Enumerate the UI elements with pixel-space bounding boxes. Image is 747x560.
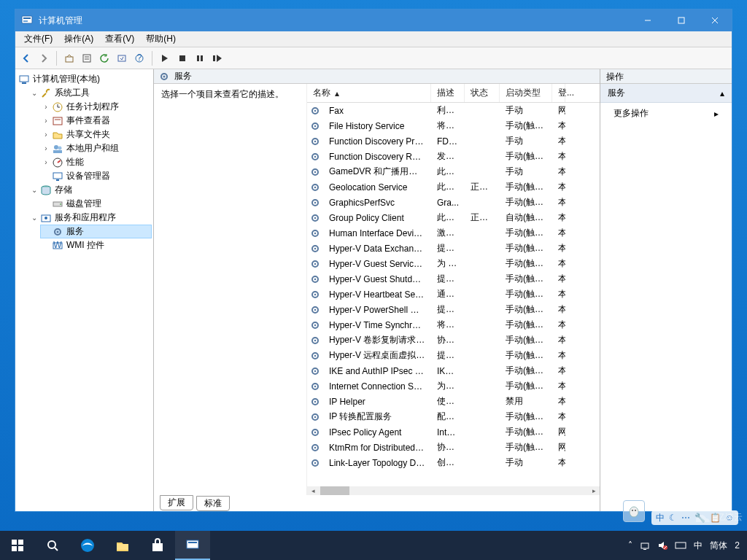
collapse-icon[interactable]: ⌄ bbox=[30, 214, 39, 222]
menu-file[interactable]: 文件(F) bbox=[18, 31, 58, 47]
export-button[interactable] bbox=[114, 50, 130, 66]
expand-icon[interactable]: › bbox=[42, 117, 50, 125]
scroll-right-button[interactable]: ▸ bbox=[588, 486, 600, 495]
menu-view[interactable]: 查看(V) bbox=[99, 31, 140, 47]
service-row[interactable]: Function Discovery Reso...发布...手动(触发...本 bbox=[307, 149, 600, 164]
service-row[interactable]: Hyper-V PowerShell Dire...提供...手动(触发...本 bbox=[307, 302, 600, 317]
service-row[interactable]: File History Service将用...手动(触发...本 bbox=[307, 118, 600, 133]
nav-forward-button[interactable] bbox=[36, 50, 52, 66]
toolbar: ? bbox=[15, 47, 732, 69]
service-row[interactable]: IP 转换配置服务配置...手动(触发...本 bbox=[307, 409, 600, 424]
tray-volume-icon[interactable] bbox=[657, 540, 667, 551]
service-row[interactable]: Hyper-V Guest Shutdown...提供...手动(触发...本 bbox=[307, 271, 600, 287]
service-row[interactable]: Hyper-V Data Exchange ...提供...手动(触发...本 bbox=[307, 241, 600, 256]
svg-rect-96 bbox=[12, 540, 17, 545]
pause-service-button[interactable] bbox=[192, 50, 208, 66]
service-row[interactable]: Hyper-V Time Synchroniz...将此...手动(触发...本 bbox=[307, 317, 600, 332]
service-name: IKE and AuthIP IPsec Key... bbox=[323, 366, 431, 376]
expand-icon[interactable]: › bbox=[42, 158, 50, 167]
tree-performance[interactable]: ›性能 bbox=[40, 155, 152, 169]
stop-service-button[interactable] bbox=[174, 50, 190, 66]
service-row[interactable]: Hyper-V 远程桌面虚拟化...提供...手动(触发...本 bbox=[307, 348, 600, 363]
tab-standard[interactable]: 标准 bbox=[196, 496, 230, 511]
service-row[interactable]: GraphicsPerfSvcGra...手动(触发...本 bbox=[307, 195, 600, 210]
taskbar[interactable]: ˄ 中 简体 2 bbox=[0, 531, 747, 560]
tray-keyboard-icon[interactable] bbox=[675, 541, 686, 550]
col-desc[interactable]: 描述 bbox=[431, 84, 465, 102]
taskbar-store[interactable] bbox=[140, 531, 175, 560]
close-button[interactable] bbox=[698, 9, 732, 31]
service-row[interactable]: Hyper-V Heartbeat Service通过...手动(触发...本 bbox=[307, 287, 600, 302]
list-header[interactable]: 名称▴ 描述 状态 启动类型 登... bbox=[307, 84, 600, 103]
tree-event-viewer[interactable]: ›事件查看器 bbox=[40, 114, 152, 128]
system-tray[interactable]: ˄ 中 简体 2 bbox=[621, 540, 747, 552]
tray-chevron-up-icon[interactable]: ˄ bbox=[628, 540, 632, 551]
service-desc: 发布... bbox=[431, 150, 465, 163]
tab-extended[interactable]: 扩展 bbox=[160, 495, 193, 510]
horizontal-scrollbar[interactable]: ◂ ▸ bbox=[307, 486, 600, 495]
scroll-left-button[interactable]: ◂ bbox=[307, 486, 319, 495]
menu-action[interactable]: 操作(A) bbox=[58, 31, 99, 47]
expand-icon[interactable]: › bbox=[42, 131, 50, 139]
tree-services-apps[interactable]: ⌄服务和应用程序 bbox=[28, 211, 152, 225]
start-button[interactable] bbox=[0, 531, 35, 560]
service-row[interactable]: IP Helper使用...禁用本 bbox=[307, 394, 600, 409]
properties-button[interactable] bbox=[79, 50, 95, 66]
nav-back-button[interactable] bbox=[18, 50, 34, 66]
titlebar[interactable]: 计算机管理 bbox=[15, 9, 732, 31]
tree-disk-mgmt[interactable]: 磁盘管理 bbox=[40, 197, 152, 211]
service-row[interactable]: Human Interface Device ...激活...手动(触发...本 bbox=[307, 225, 600, 241]
tray-ime-mode[interactable]: 简体 bbox=[710, 540, 727, 552]
tray-clock[interactable]: 2 bbox=[735, 540, 740, 551]
tree-storage[interactable]: ⌄存储 bbox=[28, 183, 152, 197]
service-row[interactable]: Function Discovery Provi...FDP...手动本 bbox=[307, 133, 600, 149]
service-row[interactable]: Group Policy Client此服...正在...自动(触发...本 bbox=[307, 210, 600, 225]
up-button[interactable] bbox=[61, 50, 77, 66]
maximize-button[interactable] bbox=[665, 9, 698, 31]
service-row[interactable]: Hyper-V Guest Service In...为 H...手动(触发..… bbox=[307, 256, 600, 271]
tray-ime-lang[interactable]: 中 bbox=[694, 540, 703, 552]
actions-more[interactable]: 更多操作 ▸ bbox=[600, 103, 732, 124]
actions-section[interactable]: 服务 ▴ bbox=[600, 84, 732, 103]
restart-service-button[interactable] bbox=[209, 50, 225, 66]
col-status[interactable]: 状态 bbox=[465, 84, 500, 102]
service-row[interactable]: KtmRm for Distributed Tr...协调...手动(触发...… bbox=[307, 440, 600, 455]
scope-tree[interactable]: 计算机管理(本地) ⌄ 系统工具 ›任务计划程序 bbox=[15, 69, 154, 511]
service-row[interactable]: Internet Connection Shari...为家...手动(触发..… bbox=[307, 378, 600, 394]
expand-icon[interactable]: › bbox=[42, 144, 50, 153]
col-logon[interactable]: 登... bbox=[552, 84, 565, 102]
taskbar-explorer[interactable] bbox=[105, 531, 140, 560]
tree-system-tools[interactable]: ⌄ 系统工具 bbox=[28, 86, 152, 100]
refresh-button[interactable] bbox=[96, 50, 112, 66]
service-list[interactable]: Fax利用...手动网File History Service将用...手动(触… bbox=[307, 103, 600, 486]
tree-local-users[interactable]: ›本地用户和组 bbox=[40, 141, 152, 155]
tree-device-manager[interactable]: 设备管理器 bbox=[40, 169, 152, 183]
collapse-icon[interactable]: ⌄ bbox=[30, 89, 39, 98]
service-row[interactable]: IKE and AuthIP IPsec Key...IKEE...手动(触发.… bbox=[307, 363, 600, 378]
tree-task-scheduler[interactable]: ›任务计划程序 bbox=[40, 100, 152, 114]
service-row[interactable]: IPsec Policy AgentInter...手动(触发...网 bbox=[307, 424, 600, 440]
expand-icon[interactable]: › bbox=[42, 103, 50, 112]
menu-help[interactable]: 帮助(H) bbox=[140, 31, 182, 47]
tree-shared-folders[interactable]: ›共享文件夹 bbox=[40, 128, 152, 141]
service-row[interactable]: Hyper-V 卷影复制请求程序协调...手动(触发...本 bbox=[307, 332, 600, 348]
service-row[interactable]: Link-Layer Topology Disc...创建...手动本 bbox=[307, 455, 600, 470]
tray-network-icon[interactable] bbox=[640, 540, 650, 551]
service-desc: 激活... bbox=[431, 227, 465, 239]
tree-root[interactable]: 计算机管理(本地) bbox=[17, 72, 152, 86]
taskbar-mmc[interactable] bbox=[175, 531, 210, 560]
minimize-button[interactable] bbox=[631, 9, 665, 31]
service-row[interactable]: Fax利用...手动网 bbox=[307, 103, 600, 118]
col-name[interactable]: 名称▴ bbox=[307, 84, 431, 102]
help-button[interactable]: ? bbox=[131, 50, 147, 66]
collapse-icon[interactable]: ⌄ bbox=[30, 186, 39, 195]
taskbar-edge[interactable] bbox=[70, 531, 105, 560]
scroll-thumb[interactable] bbox=[320, 486, 349, 495]
start-service-button[interactable] bbox=[157, 50, 173, 66]
service-row[interactable]: Geolocation Service此服...正在...手动(触发...本 bbox=[307, 179, 600, 195]
tree-wmi[interactable]: WWMI 控件 bbox=[40, 238, 152, 252]
col-startup[interactable]: 启动类型 bbox=[500, 84, 552, 102]
tree-services[interactable]: 服务 bbox=[40, 225, 152, 238]
service-row[interactable]: GameDVR 和广播用户服务...此用...手动本 bbox=[307, 164, 600, 179]
search-button[interactable] bbox=[35, 531, 70, 560]
